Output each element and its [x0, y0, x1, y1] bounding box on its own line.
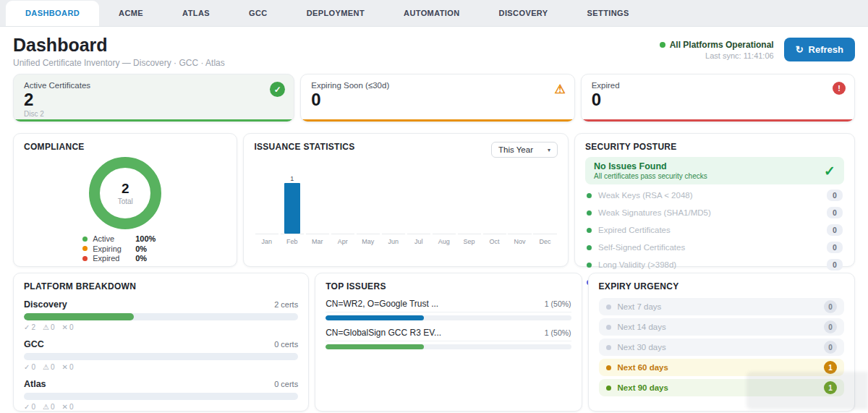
- last-sync-label: Last sync: 11:41:06: [660, 51, 774, 60]
- compliance-title: COMPLIANCE: [24, 142, 226, 152]
- security-item-label: Long Validity (>398d): [598, 260, 676, 269]
- month-label: May: [357, 234, 380, 245]
- stat-cards-row: Active Certificates 2 Disc 2 ✓ Expiring …: [13, 74, 855, 122]
- card-accent-bar: [582, 119, 854, 122]
- platform-cert-count: 0 certs: [274, 380, 298, 388]
- platform-cert-count: 0 certs: [274, 340, 298, 349]
- platform-name: Atlas: [24, 379, 46, 389]
- card-accent-bar: [14, 119, 294, 122]
- refresh-icon: ↻: [796, 44, 804, 55]
- count-badge: 0: [827, 242, 843, 253]
- stat-card-label: Active Certificates: [24, 81, 284, 90]
- security-item-weak-keys: Weak Keys (RSA < 2048) 0: [585, 187, 844, 204]
- bar-column: May: [355, 167, 380, 245]
- tab-atlas[interactable]: ATLAS: [163, 1, 229, 26]
- tab-acme[interactable]: ACME: [99, 1, 163, 26]
- tab-settings[interactable]: SETTINGS: [568, 1, 649, 26]
- platform-breakdown-panel: PLATFORM BREAKDOWN Discovery 2 certs ✓2 …: [13, 273, 309, 412]
- platform-breakdown-title: PLATFORM BREAKDOWN: [24, 281, 298, 291]
- bar-value-label: 1: [290, 175, 294, 182]
- month-label: Mar: [306, 234, 329, 245]
- status-dot-icon: [587, 263, 592, 268]
- issuer-row: CN=GlobalSign GCC R3 EV... 1 (50%): [326, 328, 571, 349]
- count-badge: 0: [827, 207, 843, 218]
- page-header: Dashboard Unified Certificate Inventory …: [0, 27, 868, 74]
- refresh-button[interactable]: ↻ Refresh: [784, 38, 855, 61]
- security-item-weak-signatures: Weak Signatures (SHA1/MD5) 0: [585, 204, 844, 221]
- top-issuers-panel: TOP ISSUERS CN=WR2, O=Google Trust ... 1…: [315, 273, 582, 412]
- platform-name: GCC: [24, 339, 44, 349]
- status-dot-icon: [606, 386, 611, 391]
- month-label: Jan: [255, 234, 278, 245]
- year-filter-select[interactable]: This Year ▾: [491, 142, 558, 158]
- ok-count: 0: [31, 403, 35, 411]
- issuer-count: 1 (50%): [545, 299, 571, 308]
- legend-dot-icon: [82, 256, 88, 261]
- donut-total-label: Total: [118, 197, 133, 205]
- security-item-expired-certificates: Expired Certificates 0: [585, 221, 844, 239]
- issuer-name: CN=GlobalSign GCC R3 EV...: [326, 328, 441, 338]
- cross-icon: ✕: [61, 363, 67, 371]
- legend-dot-icon: [82, 246, 88, 251]
- bar-column: Dec: [532, 167, 558, 245]
- progress-track: [24, 393, 298, 400]
- tab-discovery[interactable]: DISCOVERY: [480, 1, 568, 26]
- platform-cert-count: 2 certs: [274, 300, 298, 309]
- no-issues-banner: No Issues Found All certificates pass se…: [585, 157, 844, 184]
- stat-card-expiring-soon[interactable]: Expiring Soon (≤30d) 0 ⚠: [300, 74, 574, 122]
- ok-count: 2: [31, 323, 35, 331]
- month-label: Oct: [483, 234, 506, 245]
- month-label: Jul: [407, 234, 430, 245]
- security-title: SECURITY POSTURE: [585, 142, 844, 152]
- platform-status-label: All Platforms Operational: [670, 40, 774, 50]
- bar: [284, 183, 300, 234]
- cross-icon: ✕: [61, 323, 67, 331]
- count-badge: 0: [824, 341, 837, 354]
- legend-item-expired: Expired 0%: [82, 254, 168, 263]
- bar-column: Nov: [507, 167, 532, 245]
- page-title: Dashboard: [13, 35, 225, 56]
- cross-icon: ✕: [61, 403, 67, 411]
- stat-card-expired[interactable]: Expired 0 !: [581, 74, 855, 122]
- progress-track: [326, 344, 571, 349]
- progress-fill: [24, 313, 134, 320]
- status-dot-icon: [587, 245, 592, 250]
- tab-dashboard[interactable]: DASHBOARD: [6, 1, 99, 26]
- legend-label: Active: [93, 234, 130, 244]
- tab-deployment[interactable]: DEPLOYMENT: [287, 1, 384, 26]
- donut-total-value: 2: [122, 181, 129, 197]
- warn-count: 0: [51, 403, 55, 411]
- progress-fill: [326, 315, 424, 320]
- security-item-self-signed: Self-Signed Certificates 0: [585, 239, 844, 256]
- year-filter-value: This Year: [498, 145, 533, 154]
- bar-column: Jan: [254, 167, 279, 245]
- progress-track: [24, 313, 298, 320]
- security-item-long-validity: Long Validity (>398d) 0: [585, 256, 844, 273]
- month-label: Aug: [433, 234, 456, 245]
- issuer-count: 1 (50%): [545, 328, 571, 337]
- legend-dot-icon: [82, 237, 88, 242]
- tab-automation[interactable]: AUTOMATION: [384, 1, 480, 26]
- stat-card-value: 0: [311, 90, 563, 109]
- check-circle-icon: ✓: [270, 82, 285, 97]
- status-dot-icon: [587, 210, 592, 216]
- error-count: 0: [69, 323, 74, 331]
- count-badge: 0: [824, 320, 837, 333]
- bar-column: Jul: [406, 167, 431, 245]
- expiry-urgency-title: EXPIRY URGENCY: [599, 281, 844, 291]
- refresh-button-label: Refresh: [809, 44, 843, 55]
- issuance-statistics-panel: ISSUANCE STATISTICS This Year ▾ Jan1FebM…: [243, 133, 569, 267]
- compliance-legend: Active 100% Expiring 0% Expired 0%: [24, 234, 226, 263]
- month-label: Nov: [508, 234, 531, 245]
- tab-gcc[interactable]: GCC: [229, 1, 287, 26]
- bar-column: Mar: [305, 167, 330, 245]
- stat-card-active-certificates[interactable]: Active Certificates 2 Disc 2 ✓: [13, 74, 294, 122]
- bar-column: Sep: [456, 167, 482, 245]
- stat-card-value: 0: [592, 90, 844, 109]
- warning-triangle-icon: ⚠: [554, 82, 565, 96]
- progress-track: [24, 353, 298, 360]
- security-item-label: Expired Certificates: [598, 226, 671, 234]
- legend-label: Expired: [93, 254, 130, 263]
- top-tab-bar: DASHBOARD ACME ATLAS GCC DEPLOYMENT AUTO…: [0, 0, 868, 27]
- check-icon: ✓: [824, 163, 835, 179]
